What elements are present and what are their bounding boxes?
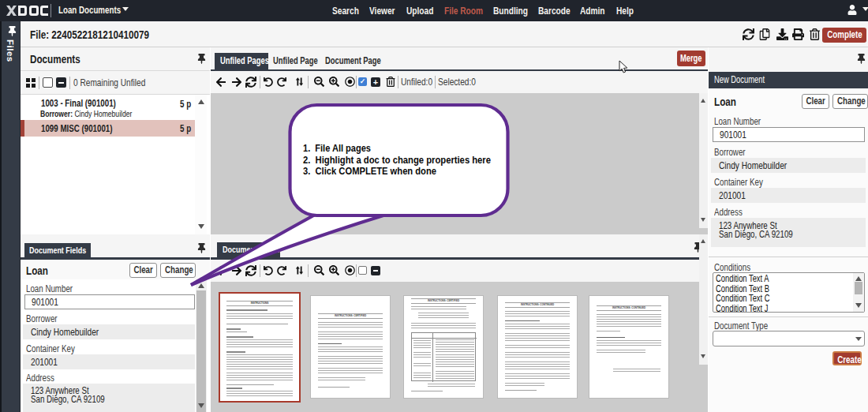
- svg-text:3. Click COMPLETE when done: 3. Click COMPLETE when done: [303, 166, 436, 177]
- svg-text:2. Highlight a doc to change: 2. Highlight a doc to change properties …: [303, 155, 491, 166]
- svg-text:1. File All pages: 1. File All pages: [303, 143, 371, 154]
